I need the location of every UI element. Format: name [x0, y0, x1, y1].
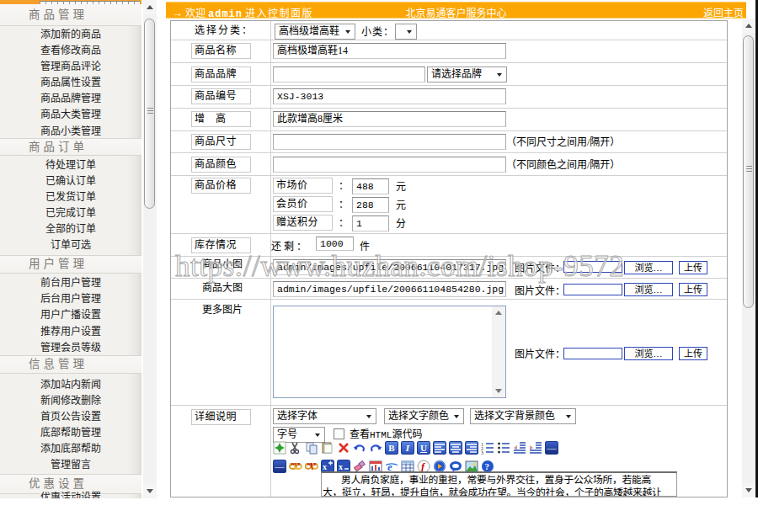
svg-text:WEB: WEB: [307, 462, 317, 466]
svg-text:?: ?: [485, 461, 490, 471]
svg-text:WEB: WEB: [291, 462, 301, 466]
svg-text:x: x: [323, 462, 327, 471]
svg-text:3: 3: [481, 450, 483, 455]
svg-text:x: x: [339, 462, 343, 471]
